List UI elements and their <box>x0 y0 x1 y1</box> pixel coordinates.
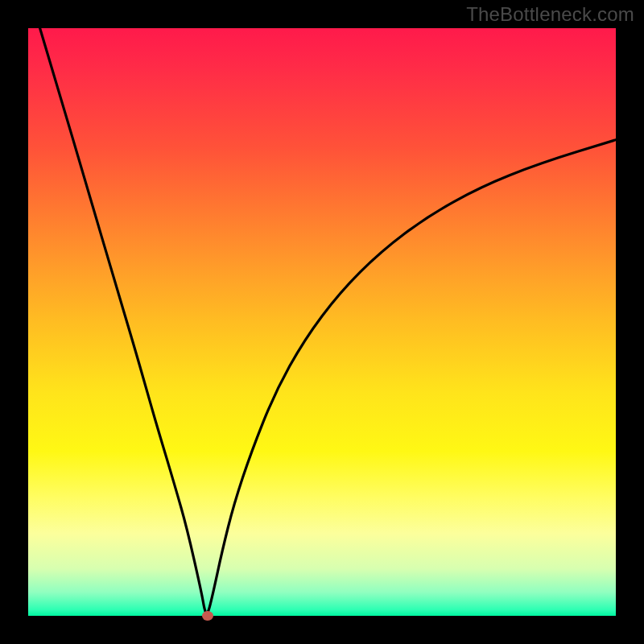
plot-area <box>28 28 616 616</box>
chart-frame: TheBottleneck.com <box>0 0 644 644</box>
bottleneck-curve <box>28 28 616 616</box>
watermark-text: TheBottleneck.com <box>466 3 634 26</box>
optimum-marker <box>202 611 213 621</box>
